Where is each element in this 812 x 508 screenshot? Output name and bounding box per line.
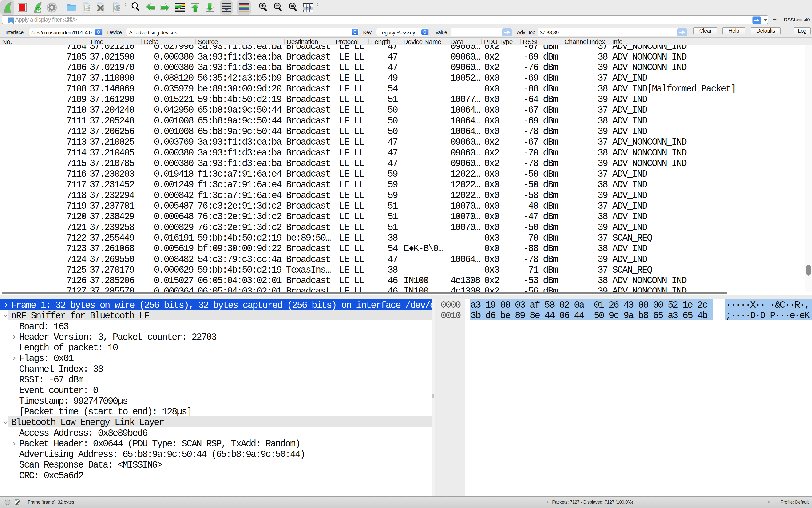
svg-text:01110: 01110 xyxy=(84,9,90,11)
